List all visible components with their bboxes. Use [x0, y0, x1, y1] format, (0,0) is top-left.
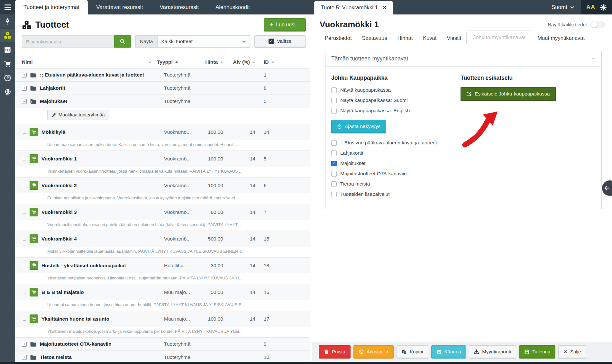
row-vat: 14: [224, 156, 257, 162]
category-name: Lahjakortit: [40, 85, 65, 91]
create-new-button[interactable]: + Luo uusi...: [264, 18, 306, 32]
collapse-minus-icon[interactable]: −: [592, 57, 596, 61]
folder-icon: [30, 355, 37, 360]
checkbox-unchecked-icon[interactable]: [331, 108, 337, 114]
user-initials-badge[interactable]: AA: [586, 4, 595, 11]
search-input[interactable]: [22, 35, 114, 48]
tab-saatavuus[interactable]: Saatavuus: [357, 32, 392, 44]
table-row[interactable]: + Majoitustuotteet OTA-kanaviin Tuoteryh…: [15, 338, 310, 351]
checkbox-row[interactable]: Näytä kauppapaikassa: [331, 87, 461, 93]
checkbox-unchecked-icon[interactable]: [331, 181, 337, 187]
show-all-label: Näytä kaikki tiedot: [548, 22, 587, 27]
checkbox-row[interactable]: Tuotteiden lisäpalvelut: [331, 191, 461, 197]
checkbox-row[interactable]: Näytä kauppapaikassa: Suomi: [331, 97, 461, 103]
folder-icon: [30, 341, 37, 347]
copy-button[interactable]: Kopioi: [397, 345, 428, 359]
close-button[interactable]: ✕ Sulje: [558, 345, 586, 359]
nav-tab-tuotteet[interactable]: Tuotteet ja tuoteryhmät: [15, 0, 88, 14]
checkbox-checked-icon[interactable]: ✓: [331, 161, 337, 166]
tab-perustiedot[interactable]: Perustiedot: [320, 32, 357, 44]
checkbox-unchecked-icon[interactable]: [331, 192, 337, 197]
sales-report-button[interactable]: Myyntiraportti: [469, 345, 516, 359]
tree-branch-icon: [23, 264, 26, 267]
column-header-type[interactable]: Tyyppi: [157, 59, 195, 65]
table-row[interactable]: Mökkikylä Vuokramö... 100,00 14 14 Useam…: [15, 124, 310, 151]
preview-in-shop-button[interactable]: Esikatsele Johku-kauppapaikassa: [461, 87, 556, 101]
collapse-panel-button[interactable]: [602, 180, 612, 196]
checkbox-unchecked-icon[interactable]: [331, 98, 337, 103]
table-row[interactable]: B & B tai majatalo Muu majo... 50,00 14 …: [15, 284, 310, 311]
checkbox-unchecked-icon[interactable]: [331, 87, 337, 93]
gear-icon[interactable]: [600, 4, 607, 11]
checkbox-row[interactable]: Näytä kauppapaikassa: English: [331, 108, 461, 114]
row-type: Vuokramö...: [157, 183, 195, 188]
products-panel: Tuotteet + Luo uusi... Näytä Kaikki tuot…: [15, 14, 310, 362]
archive-button[interactable]: Arkistoi: [353, 345, 394, 359]
tab-kuvat[interactable]: Kuvat: [418, 32, 442, 44]
nav-tab-varattavat-resurssit[interactable]: Varattavat resurssit: [88, 0, 151, 14]
table-row[interactable]: + Lahjakortit Tuoteryhmä 8: [15, 82, 310, 95]
table-row[interactable]: Vuokramökki 3 Vuokramö... 80,00 14 7 Vuo…: [15, 204, 310, 231]
nav-tab-alennuskoodit[interactable]: Alennuskoodit: [207, 0, 258, 14]
sidebar-item-rocket[interactable]: [0, 14, 15, 29]
checkbox-unchecked-icon[interactable]: [331, 171, 337, 177]
tree-branch-icon: [23, 237, 26, 241]
sidebar-item-calendar[interactable]: [0, 43, 15, 57]
expand-plus-icon[interactable]: +: [22, 86, 27, 91]
product-filter-select[interactable]: Kaikki tuotteet: [158, 35, 250, 48]
nav-tab-varastoresurssit[interactable]: Varastoresurssit: [151, 0, 207, 14]
tab-johkun-myyntikanavat[interactable]: Johkun myyntikanavat: [466, 31, 532, 44]
row-type: Muu majo...: [157, 316, 195, 322]
table-row[interactable]: Hostelli - yksittäiset nukkumapaikat Hot…: [15, 258, 310, 284]
table-row-majoitukset[interactable]: − Majoitukset Tuoteryhmä 5 Muokkaa tuote…: [15, 95, 310, 124]
checkbox-row[interactable]: Tietoa meistä: [331, 181, 461, 187]
tab-viestit[interactable]: Viestit: [442, 32, 466, 44]
product-cart-icon: [30, 154, 38, 163]
collapse-minus-icon[interactable]: −: [22, 99, 27, 104]
product-cart-icon: [30, 128, 38, 136]
table-row[interactable]: Yksittäinen huone tai asunto Muu majo...…: [15, 311, 310, 338]
table-row[interactable]: Vuokramökki 4 Vuokramö... 500,00 14 15 M…: [15, 231, 310, 258]
column-header-vat[interactable]: Alv (%): [224, 59, 257, 65]
delete-button[interactable]: Poista: [319, 345, 351, 359]
expand-plus-icon[interactable]: +: [22, 342, 27, 347]
table-row[interactable]: + :: Etusivun pääkuva-alueen kuvat ja tu…: [15, 68, 310, 82]
checkbox-unchecked-icon[interactable]: [331, 150, 337, 156]
product-description: Eri hinta arkipäivinä ja viikonloppuna. …: [15, 193, 310, 204]
sidebar-item-cart[interactable]: [0, 57, 15, 71]
row-price: 100,00: [195, 183, 224, 188]
checkbox-row-majoitukset[interactable]: ✓ Majoitukset: [331, 160, 461, 166]
select-mode-button[interactable]: ✓ Valitse: [254, 35, 306, 48]
translate-button[interactable]: A Käännä: [431, 345, 466, 359]
sidebar-item-gauge[interactable]: [0, 71, 15, 85]
checkbox-row[interactable]: Majoitustuotteet OTA-kanaviin: [331, 171, 461, 177]
save-button[interactable]: Tallenna: [519, 345, 555, 359]
tree-branch-icon: [23, 157, 26, 160]
expand-plus-icon[interactable]: +: [22, 73, 27, 77]
column-header-price[interactable]: Hinta: [195, 59, 224, 65]
column-header-id[interactable]: ID: [257, 59, 279, 65]
edit-category-button[interactable]: Muokkaa tuoteryhmää: [47, 110, 109, 120]
checkbox-unchecked-icon[interactable]: [331, 140, 337, 146]
checkbox-row[interactable]: :: Etusivun pääkuva-alueen kuvat ja tuot…: [331, 140, 461, 146]
close-icon[interactable]: ✕: [382, 5, 387, 11]
table-row[interactable]: Vuokramökki 2 Vuokramö... 100,00 14 6 Er…: [15, 177, 310, 204]
sidebar-item-products[interactable]: [0, 29, 15, 43]
show-all-toggle[interactable]: [590, 21, 605, 28]
row-id: 15: [257, 236, 279, 242]
dice-icon: [4, 32, 11, 39]
expand-plus-icon[interactable]: +: [22, 355, 27, 360]
tree-branch-icon: [23, 317, 26, 321]
product-window-tab[interactable]: Tuote 5: Vuokramökki 1 ✕: [314, 1, 393, 14]
tree-branch-icon: [23, 184, 26, 187]
checkbox-row[interactable]: Lahjakortit: [331, 150, 461, 156]
sidebar-item-publish[interactable]: [0, 85, 15, 99]
search-button[interactable]: [114, 35, 131, 48]
tab-muut-myyntikanavat[interactable]: Muut myyntikanavat: [532, 32, 590, 44]
tab-hinnat[interactable]: Hinnat: [392, 32, 418, 44]
schedule-visibility-button[interactable]: Ajasta näkyvyys: [331, 120, 386, 133]
table-row[interactable]: Vuokramökki 1 Vuokramö... 100,00 14 5 Yk…: [15, 151, 310, 177]
language-selector[interactable]: Suomi: [544, 0, 581, 14]
menu-icon[interactable]: [0, 0, 15, 14]
column-header-name[interactable]: Nimi: [22, 59, 157, 65]
